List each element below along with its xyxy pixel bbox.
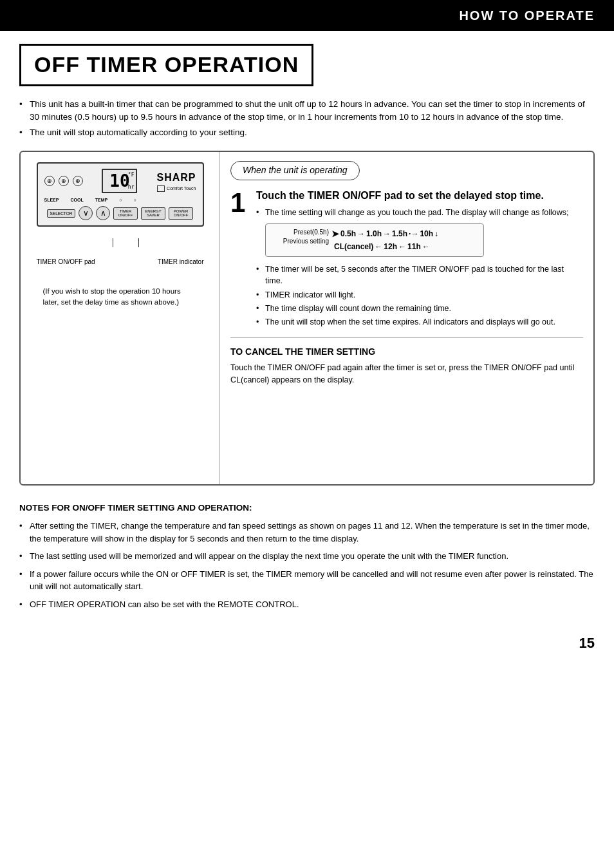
step-1-bullet-4: The unit will stop when the set time exp…: [256, 316, 583, 328]
header-title: HOW TO OPERATE: [459, 8, 595, 23]
step-1-bullet-1: The timer will be set, 5 seconds after t…: [256, 263, 583, 287]
flow-val-2: 1.0h: [366, 229, 382, 240]
brand-name: SHARP: [156, 171, 196, 185]
cancel-section: TO CANCEL THE TIMER SETTING Touch the TI…: [230, 346, 583, 386]
brand-sub: Comfort Touch: [156, 185, 196, 192]
cancel-text: Touch the TIMER ON/OFF pad again after t…: [230, 362, 583, 386]
energy-btn-label: ENERGYSAVER: [144, 209, 163, 218]
energy-saver-btn[interactable]: ENERGYSAVER: [141, 207, 165, 220]
flow-arrow-1: →: [357, 229, 365, 240]
indicator-dot: ○: [119, 197, 122, 203]
power-btn-label: POWERON/OFF: [171, 209, 191, 218]
step-1-bullet-2: TIMER indicator will light.: [256, 289, 583, 301]
ac-display-unit: °F: [128, 171, 135, 178]
brand-sub-text: Comfort Touch: [167, 185, 196, 192]
ac-unit: ⊕ ⊕ ⊕ 10 °F hr SHARP Comfort Touch: [37, 162, 204, 227]
intro-bullets: This unit has a built-in timer that can …: [19, 98, 595, 140]
note-2: The last setting used will be memorized …: [19, 550, 595, 563]
ac-icon-circle-2: ⊕: [59, 176, 69, 186]
label-temp: TEMP: [95, 197, 107, 203]
step-1-content: Touch the TIMER ON/OFF pad to set the de…: [256, 189, 583, 330]
timer-flow-diagram: Preset(0.5h) Previous setting ➤ 0.5h → 1…: [265, 223, 484, 257]
flow-arrow-2: →: [383, 229, 391, 240]
flow-arrow-start: ➤: [331, 228, 339, 241]
label-sleep: SLEEP: [44, 197, 59, 203]
if-note: (If you wish to stop the operation 10 ho…: [43, 286, 198, 308]
notes-bullets: After setting the TIMER, change the temp…: [19, 520, 595, 610]
step-1-sub1: The time setting will change as you touc…: [256, 207, 583, 218]
note-3: If a power failure occurs while the ON o…: [19, 568, 595, 593]
timer-indicator-label: TIMER indicator: [158, 258, 204, 267]
timer-onoff-btn[interactable]: TIMERON/OFF: [113, 207, 138, 220]
selector-btn[interactable]: SELECTOR: [47, 209, 75, 218]
selector-btn-label: SELECTOR: [50, 211, 73, 216]
ac-display: 10 °F hr: [102, 169, 137, 193]
ac-display-hr: hr: [128, 184, 135, 191]
step-1-bullet-3: The time display will count down the rem…: [256, 303, 583, 314]
label-cool: COOL: [70, 197, 83, 203]
flow-val-1: 0.5h: [340, 229, 356, 240]
indicator-dot2: ○: [133, 197, 136, 203]
left-panel: ⊕ ⊕ ⊕ 10 °F hr SHARP Comfort Touch: [21, 152, 220, 484]
note-4: OFF TIMER OPERATION can also be set with…: [19, 598, 595, 611]
main-content: OFF TIMER OPERATION This unit has a buil…: [0, 31, 614, 628]
notes-title: NOTES FOR ON/OFF TIMER SETTING AND OPERA…: [19, 502, 595, 514]
flow-val-11: 11h: [407, 241, 421, 252]
brand-icon: [157, 185, 165, 192]
step-1-title: Touch the TIMER ON/OFF pad to set the de…: [256, 189, 583, 203]
section-divider: [230, 337, 583, 338]
power-onoff-btn[interactable]: POWERON/OFF: [169, 207, 193, 220]
ac-icon-circle-3: ⊕: [73, 176, 83, 186]
step-1-number: 1: [230, 189, 250, 330]
page-header: HOW TO OPERATE: [0, 0, 614, 31]
intro-bullet-1: This unit has a built-in timer that can …: [19, 98, 595, 124]
flow-bottom-arrow-1: ←: [375, 241, 382, 252]
flow-end-arrow: ↓: [434, 229, 438, 240]
ac-middle-row: SLEEP COOL TEMP ○ ○: [44, 197, 196, 203]
when-pill: When the unit is operating: [230, 161, 360, 180]
ac-brand: SHARP Comfort Touch: [156, 171, 196, 191]
up-btn[interactable]: ∧: [96, 206, 110, 220]
flow-val-3: 1.5h: [392, 229, 407, 240]
right-panel: When the unit is operating 1 Touch the T…: [220, 152, 593, 484]
notes-section: NOTES FOR ON/OFF TIMER SETTING AND OPERA…: [19, 500, 595, 610]
section-title-box: OFF TIMER OPERATION: [19, 44, 313, 86]
ac-display-value: 10: [109, 169, 129, 193]
flow-val-4: 10h: [420, 229, 433, 240]
timer-pad-label: TIMER ON/OFF pad: [37, 258, 95, 267]
flow-dot: ·→: [409, 229, 418, 240]
step-1-row: 1 Touch the TIMER ON/OFF pad to set the …: [230, 189, 583, 330]
timer-btn-label: TIMERON/OFF: [116, 209, 135, 218]
note-1: After setting the TIMER, change the temp…: [19, 520, 595, 545]
main-box: ⊕ ⊕ ⊕ 10 °F hr SHARP Comfort Touch: [19, 151, 595, 486]
ac-icon-circle-1: ⊕: [44, 176, 55, 186]
section-title: OFF TIMER OPERATION: [34, 50, 299, 80]
cancel-title: TO CANCEL THE TIMER SETTING: [230, 346, 583, 359]
flow-cancel: CL(cancel): [334, 241, 373, 252]
flow-start-arrow: ←: [422, 241, 430, 252]
flow-bottom-arrow-2: ←: [398, 241, 406, 252]
intro-bullet-2: The unit will stop automatically accordi…: [19, 126, 595, 139]
preset-label: Preset(0.5h): [293, 228, 329, 237]
previous-label: Previous setting: [283, 237, 329, 246]
down-btn[interactable]: ∨: [79, 206, 93, 220]
page-number: 15: [0, 628, 614, 660]
ac-top-row: ⊕ ⊕ ⊕ 10 °F hr SHARP Comfort Touch: [44, 169, 196, 193]
ac-icons: ⊕ ⊕ ⊕: [44, 176, 83, 186]
ac-labels: SLEEP COOL TEMP ○ ○: [44, 197, 136, 203]
pad-labels: TIMER ON/OFF pad TIMER indicator: [37, 238, 204, 267]
ac-bottom-row: SELECTOR ∨ ∧ TIMERON/OFF ENERGYSAVER POW…: [44, 206, 196, 220]
flow-val-12: 12h: [384, 241, 397, 252]
